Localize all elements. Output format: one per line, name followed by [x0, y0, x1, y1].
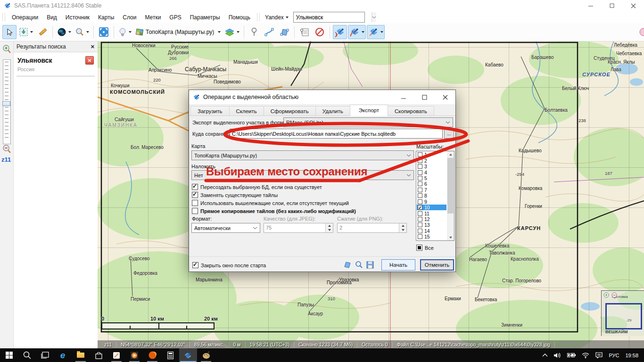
result-delete-button[interactable]: ✕ [85, 56, 94, 65]
spin-down-icon[interactable] [399, 228, 406, 233]
close-after-row[interactable]: Закрыть окно после старта [192, 261, 266, 269]
scale-item-1[interactable]: 1 [417, 152, 446, 157]
spin-up-icon[interactable] [326, 223, 333, 228]
scale-checkbox[interactable] [418, 229, 422, 233]
add-placemark-button[interactable] [247, 25, 261, 39]
scale-item-7[interactable]: 7 [417, 187, 446, 193]
overlay-select[interactable]: Нет [191, 170, 414, 180]
gps-follow-button[interactable] [367, 25, 385, 39]
dialog-tab-Удалить[interactable]: Удалить [315, 106, 350, 116]
scale-item-4[interactable]: 4 [417, 169, 446, 175]
zoom-in-icon[interactable] [2, 44, 11, 55]
dialog-maximize-button[interactable] [414, 90, 435, 104]
dialog-close-button[interactable] [435, 90, 455, 104]
taskbar-player-button[interactable] [125, 348, 143, 362]
dialog-tab-Сформировать[interactable]: Сформировать [264, 106, 316, 116]
scale-item-2[interactable]: 2 [417, 157, 446, 163]
scales-scrollbar[interactable] [447, 151, 454, 240]
scale-checkbox[interactable] [418, 211, 422, 216]
browse-button[interactable]: ... [444, 129, 454, 139]
chevron-down-icon[interactable] [362, 31, 364, 33]
panel-close-icon[interactable]: ✕ [91, 44, 95, 50]
scale-item-9[interactable]: 9 [417, 199, 446, 205]
gps-track-button[interactable] [348, 25, 366, 39]
start-button[interactable] [0, 348, 18, 362]
layers-button[interactable] [223, 25, 241, 39]
search-result-item[interactable]: Ульяновск ✕ [14, 52, 98, 65]
save-selection-button[interactable] [365, 260, 375, 270]
dialog-option-row[interactable]: Заменять существующие тайлы [192, 191, 356, 199]
menu-item-Источник[interactable]: Источник [61, 11, 94, 23]
dialog-tab-Скопировать[interactable]: Скопировать [388, 106, 434, 116]
zoom-selection-button[interactable] [354, 260, 363, 270]
task-view-button[interactable] [36, 348, 54, 362]
volume-icon[interactable] [554, 353, 561, 358]
save-path-field[interactable] [230, 129, 443, 139]
gps-connect-button[interactable] [333, 25, 347, 39]
search-provider-button[interactable]: Yandex [262, 14, 291, 21]
dialog-option-row[interactable]: Прямое копирование тайлов (без каких-либ… [192, 207, 356, 215]
dialog-option-row[interactable]: Использовать вышележащие слои, если отсу… [192, 199, 356, 207]
clock[interactable]: 19:58 [625, 353, 638, 358]
menu-item-Слои[interactable]: Слои [118, 11, 140, 23]
map-source-button[interactable]: ТопоКарта (Маршруты.ру) [134, 25, 222, 39]
taskbar-paint-button[interactable] [197, 348, 215, 362]
scale-checkbox[interactable] [418, 164, 422, 169]
ruler-button[interactable] [35, 25, 50, 39]
search-combo[interactable] [293, 12, 365, 23]
taskbar-notes-button[interactable] [107, 348, 125, 362]
chevron-down-icon[interactable] [86, 31, 89, 33]
scale-item-8[interactable]: 8 [417, 193, 446, 198]
selection-tool-button[interactable] [17, 25, 34, 39]
scale-item-10[interactable]: 10 [417, 205, 446, 210]
scale-item-3[interactable]: 3 [417, 164, 446, 169]
option-checkbox[interactable] [192, 192, 198, 198]
wifi-icon[interactable] [582, 353, 589, 358]
result-name[interactable]: Ульяновск [17, 57, 52, 64]
chevron-down-icon[interactable] [237, 31, 239, 33]
menu-item-Вид[interactable]: Вид [42, 11, 61, 23]
all-scales-checkbox[interactable] [416, 245, 422, 251]
chevron-down-icon[interactable] [380, 31, 383, 33]
scale-item-11[interactable]: 11 [417, 210, 446, 216]
scroll-up-icon[interactable] [447, 151, 454, 157]
menu-item-Метки[interactable]: Метки [140, 11, 165, 23]
dialog-minimize-button[interactable] [393, 90, 414, 104]
start-button[interactable]: Начать [381, 259, 415, 271]
tile-format-select[interactable]: Автоматически [191, 223, 260, 233]
tray-expand-icon[interactable] [542, 354, 548, 357]
selection-polygon-button[interactable] [343, 260, 352, 270]
spin-up-icon[interactable] [399, 223, 406, 228]
scale-checkbox[interactable] [418, 181, 422, 186]
zoom-out-icon[interactable] [2, 144, 11, 155]
dialog-tab-Загрузить[interactable]: Загрузить [190, 106, 230, 116]
datasource-globe-button[interactable] [56, 25, 73, 39]
scales-all-row[interactable]: Все [416, 244, 434, 252]
scale-checkbox[interactable] [418, 176, 422, 181]
taskbar-search-button[interactable] [18, 348, 36, 362]
zoom-slider-thumb[interactable] [2, 101, 10, 106]
option-checkbox[interactable] [192, 200, 198, 206]
zoom-slider[interactable] [3, 59, 11, 144]
scale-item-15[interactable]: 15 [417, 234, 446, 239]
minimap-viewport-rect[interactable] [605, 303, 642, 329]
backlight-button[interactable] [117, 25, 133, 39]
chevron-down-icon[interactable] [68, 31, 71, 33]
scale-checkbox[interactable] [418, 152, 422, 157]
menu-item-Карты[interactable]: Карты [94, 11, 118, 23]
window-close-button[interactable] [623, 0, 644, 11]
search-input[interactable] [294, 14, 372, 21]
fullscreen-button[interactable] [97, 25, 111, 39]
option-checkbox[interactable] [192, 208, 198, 214]
zoom-tool-button[interactable] [74, 25, 91, 39]
hide-placemarks-button[interactable] [313, 25, 327, 39]
taskbar-store-button[interactable] [90, 348, 107, 362]
pan-cursor-button[interactable] [2, 25, 17, 39]
close-after-checkbox[interactable] [192, 262, 198, 268]
dialog-tab-Склеить[interactable]: Склеить [229, 106, 264, 116]
scrollbar-thumb[interactable] [447, 158, 454, 214]
add-path-button[interactable] [262, 25, 276, 39]
chevron-down-icon[interactable] [30, 31, 33, 33]
dialog-tab-Экспорт[interactable]: Экспорт [350, 105, 388, 116]
placemark-manager-button[interactable] [297, 25, 312, 39]
